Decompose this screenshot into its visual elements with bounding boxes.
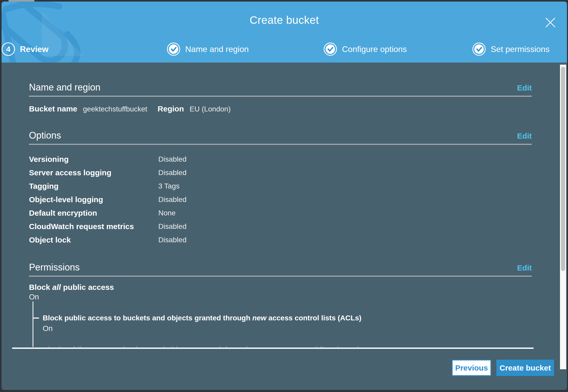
permission-child-title: Block public access to buckets and objec… — [43, 313, 532, 323]
option-row: Object-level logging Disabled — [29, 193, 532, 206]
close-icon — [545, 17, 556, 28]
wizard-step[interactable]: 4 Review — [2, 42, 48, 56]
option-row: CloudWatch request metrics Disabled — [29, 220, 532, 233]
wizard-step[interactable]: Set permissions — [472, 42, 550, 56]
previous-button[interactable]: Previous — [452, 360, 491, 376]
step-label: Configure options — [342, 44, 407, 54]
option-value: 3 Tags — [158, 182, 532, 190]
section-divider — [29, 144, 532, 145]
permission-child: Block public access to buckets and objec… — [43, 333, 532, 348]
create-bucket-modal: Create bucket — [2, 2, 567, 390]
step-complete-check-icon — [167, 42, 180, 56]
option-row: Object lock Disabled — [29, 233, 532, 247]
section-name-region: Name and region Edit Bucket name geektec… — [29, 82, 532, 113]
section-permissions: Permissions Edit Block all public access… — [29, 262, 532, 348]
name-region-row: Bucket name geektechstuffbucket Region E… — [29, 104, 532, 113]
permissions-tree: Block public access to buckets and objec… — [33, 301, 532, 348]
review-content: Name and region Edit Bucket name geektec… — [2, 63, 567, 348]
option-row: Default encryption None — [29, 206, 532, 220]
option-label: Versioning — [29, 155, 158, 164]
close-button[interactable] — [544, 17, 557, 29]
page-background: Create bucket — [0, 0, 568, 392]
footer-divider — [12, 348, 534, 349]
scrollbar-thumb[interactable] — [561, 67, 565, 271]
option-label: Server access logging — [29, 168, 158, 177]
footer-buttons: Previous Create bucket — [452, 360, 554, 376]
option-value: Disabled — [158, 195, 532, 204]
option-value: Disabled — [158, 169, 532, 177]
section-title-name-region: Name and region — [29, 82, 100, 93]
modal-title: Create bucket — [2, 14, 567, 26]
step-number-icon: 4 — [2, 42, 15, 56]
edit-permissions-link[interactable]: Edit — [517, 263, 532, 272]
options-rows: Versioning Disabled Server access loggin… — [29, 153, 532, 247]
step-complete-check-icon — [472, 42, 486, 56]
option-value: Disabled — [158, 155, 532, 163]
wizard-steps: Name and region Configure options — [2, 42, 567, 56]
option-value: None — [158, 209, 532, 217]
edit-options-link[interactable]: Edit — [517, 132, 532, 140]
section-title-permissions: Permissions — [29, 262, 80, 273]
section-title-options: Options — [29, 130, 61, 141]
block-all-value: On — [29, 292, 532, 301]
block-all-title: Block all public access — [29, 282, 532, 292]
bucket-name-label: Bucket name — [29, 104, 77, 113]
option-row: Tagging 3 Tags — [29, 179, 532, 193]
section-divider — [29, 276, 532, 277]
option-label: Tagging — [29, 182, 158, 191]
bucket-name-value: geektechstuffbucket — [83, 105, 147, 113]
section-divider — [29, 96, 532, 97]
option-value: Disabled — [158, 222, 532, 231]
option-value: Disabled — [158, 236, 532, 244]
scrollbar-track[interactable] — [560, 65, 566, 369]
step-complete-check-icon — [324, 42, 337, 56]
block-all-public-access: Block all public access On — [29, 282, 532, 301]
option-label: Object lock — [29, 236, 158, 244]
section-options: Options Edit Versioning Disabled Server … — [29, 130, 532, 247]
option-label: CloudWatch request metrics — [29, 222, 158, 231]
step-label: Name and region — [185, 44, 249, 54]
option-label: Default encryption — [29, 209, 158, 217]
option-row: Versioning Disabled — [29, 153, 532, 166]
create-bucket-button[interactable]: Create bucket — [496, 360, 554, 376]
wizard-step[interactable]: Configure options — [324, 42, 407, 56]
step-label: Set permissions — [491, 44, 550, 54]
option-label: Object-level logging — [29, 195, 158, 204]
permission-child-value: On — [43, 324, 532, 333]
region-label: Region — [158, 104, 184, 113]
step-label: Review — [20, 44, 48, 54]
wizard-step[interactable]: Name and region — [167, 42, 249, 56]
region-value: EU (London) — [190, 105, 231, 113]
edit-name-region-link[interactable]: Edit — [517, 84, 532, 92]
option-row: Server access logging Disabled — [29, 166, 532, 179]
modal-header: Create bucket — [2, 2, 567, 63]
permission-child: Block public access to buckets and objec… — [43, 301, 532, 333]
modal-footer: Previous Create bucket — [2, 347, 567, 390]
